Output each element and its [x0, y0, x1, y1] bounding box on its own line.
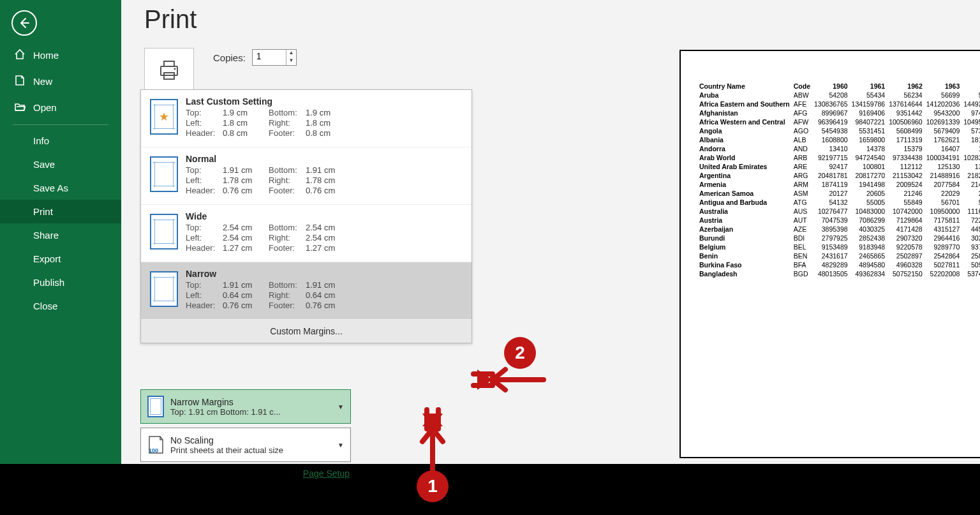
margins-thumb-icon	[150, 99, 178, 135]
table-row: AlbaniaALB160880016598001711319176262118…	[697, 135, 980, 144]
table-row: Burkina FasoBFA4829289489458049603285027…	[697, 260, 980, 269]
sidebar-item-label: Save As	[33, 183, 68, 193]
preview-header: 1964	[961, 82, 980, 91]
back-button[interactable]	[11, 10, 37, 36]
margins-option-normal[interactable]: NormalTop:1.91 cmBottom:1.91 cmLeft:1.78…	[141, 147, 471, 205]
svg-rect-0	[161, 66, 177, 75]
scaling-icon: 100	[147, 435, 164, 454]
sidebar-item-save[interactable]: Save	[0, 153, 121, 176]
spinner-down-icon[interactable]: ▼	[286, 57, 296, 65]
table-row: BangladeshBGD480135054936283450752150522…	[697, 269, 980, 278]
margins-option-last-custom-setting[interactable]: Last Custom SettingTop:1.9 cmBottom:1.9 …	[141, 90, 471, 147]
sidebar-item-close[interactable]: Close	[0, 294, 121, 318]
chevron-down-icon: ▼	[338, 442, 344, 449]
sidebar-item-new[interactable]: New	[0, 68, 121, 94]
sidebar-item-share[interactable]: Share	[0, 223, 121, 247]
preview-header: Code	[792, 82, 812, 91]
table-row: ArgentinaARG2048178120817270211530422148…	[697, 171, 980, 180]
sidebar-item-info[interactable]: Info	[0, 129, 121, 153]
sidebar-item-label: Save	[33, 159, 55, 170]
scaling-selector-title: No Scaling	[170, 435, 344, 445]
sidebar-item-label: Open	[33, 102, 57, 113]
copies-spinner[interactable]: 1 ▲▼	[252, 49, 297, 66]
margins-selector-title: Narrow Margins	[170, 397, 344, 407]
copies-label: Copies:	[213, 52, 246, 63]
annotation-badge-1: 1	[417, 470, 449, 502]
margins-option-custom[interactable]: Custom Margins...	[141, 320, 471, 343]
sidebar-item-label: Close	[33, 301, 57, 311]
margins-thumb-icon	[150, 214, 178, 250]
scaling-selector[interactable]: 100 No Scaling Print sheets at their act…	[140, 428, 351, 462]
scaling-icon-text: 100	[149, 447, 158, 454]
sidebar-item-label: New	[33, 76, 52, 87]
new-icon	[14, 75, 26, 88]
table-row: AndorraAND134101437815379164071746618542…	[697, 144, 980, 153]
page-setup-link[interactable]: Page Setup	[140, 466, 351, 479]
table-row: BelgiumBEL915348991839489220578928977093…	[697, 243, 980, 251]
sidebar-item-label: Share	[33, 230, 59, 241]
margins-thumb-icon	[150, 156, 178, 192]
svg-rect-1	[164, 61, 174, 66]
home-icon	[14, 49, 26, 62]
table-row: ArubaABW54208554345623456699570295735757…	[697, 91, 980, 100]
sidebar-item-label: Publish	[33, 277, 64, 288]
margins-selector-sub: Top: 1.91 cm Bottom: 1.91 c...	[170, 407, 344, 417]
table-row: BurundiBDI279792528524382907320296441630…	[697, 234, 980, 243]
sidebar-item-home[interactable]: Home	[0, 42, 121, 68]
table-row: Africa Eastern and SouthernAFE1308367651…	[697, 100, 980, 108]
preview-header: 1961	[850, 82, 887, 91]
margins-selector[interactable]: Narrow Margins Top: 1.91 cm Bottom: 1.91…	[140, 389, 351, 424]
sidebar-item-open[interactable]: Open	[0, 94, 121, 121]
print-button[interactable]	[144, 48, 194, 93]
table-row: AfghanistanAFG89969679169406935144295432…	[697, 108, 980, 117]
page-title: Print	[144, 5, 980, 34]
margins-option-narrow[interactable]: NarrowTop:1.91 cmBottom:1.91 cmLeft:0.64…	[141, 262, 471, 320]
preview-header: Country Name	[697, 82, 792, 91]
sidebar-separator	[13, 124, 108, 125]
copies-value: 1	[256, 51, 262, 61]
table-row: ArmeniaARM187411919414982009524207758421…	[697, 180, 980, 189]
sidebar-item-save-as[interactable]: Save As	[0, 176, 121, 200]
margins-thumb-icon	[150, 271, 178, 307]
table-row: Arab WorldARB921977159472454097334438100…	[697, 153, 980, 162]
table-row: American SamoaASM20127206052124622029228…	[697, 189, 980, 198]
chevron-down-icon: ▼	[338, 403, 344, 410]
preview-header: 1960	[812, 82, 850, 91]
table-row: AustraliaAUS1027647710483000107420001095…	[697, 207, 980, 216]
open-icon	[14, 101, 26, 114]
table-row: Africa Western and CentralAFW96396419984…	[697, 117, 980, 126]
annotation-badge-2: 2	[504, 337, 536, 369]
table-row: AustriaAUT704753970862997129864717581172…	[697, 216, 980, 225]
sidebar-item-print[interactable]: Print	[0, 200, 121, 223]
printer-icon	[156, 57, 182, 83]
preview-header: 1963	[924, 82, 962, 91]
sidebar-item-export[interactable]: Export	[0, 247, 121, 271]
table-row: AngolaAGO5454938553145156084995679409573…	[697, 126, 980, 135]
table-row: BeninBEN24316172465865250289725428642585…	[697, 251, 980, 260]
sidebar-item-label: Info	[33, 135, 49, 146]
sidebar-item-label: Print	[33, 206, 53, 217]
preview-table: Country NameCode196019611962196319641965…	[697, 82, 980, 278]
sidebar-item-label: Export	[33, 253, 61, 264]
margins-dropdown-panel: Last Custom SettingTop:1.9 cmBottom:1.9 …	[140, 89, 472, 343]
margins-option-wide[interactable]: WideTop:2.54 cmBottom:2.54 cmLeft:2.54 c…	[141, 205, 471, 262]
margins-thumb-icon	[147, 396, 164, 417]
sidebar-item-publish[interactable]: Publish	[0, 271, 121, 294]
spinner-up-icon[interactable]: ▲	[286, 50, 296, 57]
table-row: AzerbaijanAZE389539840303254171428431512…	[697, 225, 980, 234]
table-row: Antigua and BarbudaATG541325500555849567…	[697, 198, 980, 207]
back-arrow-icon	[18, 17, 31, 29]
content-area: Print Copies: 1 ▲▼	[121, 0, 980, 464]
scaling-selector-sub: Print sheets at their actual size	[170, 445, 344, 455]
sidebar-item-label: Home	[33, 50, 59, 61]
svg-point-3	[174, 68, 176, 70]
backstage-sidebar: HomeNewOpen InfoSaveSave AsPrintShareExp…	[0, 0, 121, 464]
preview-header: 1962	[887, 82, 924, 91]
print-preview-page: Country NameCode196019611962196319641965…	[679, 50, 980, 458]
table-row: United Arab EmiratesARE92417100801112112…	[697, 162, 980, 171]
